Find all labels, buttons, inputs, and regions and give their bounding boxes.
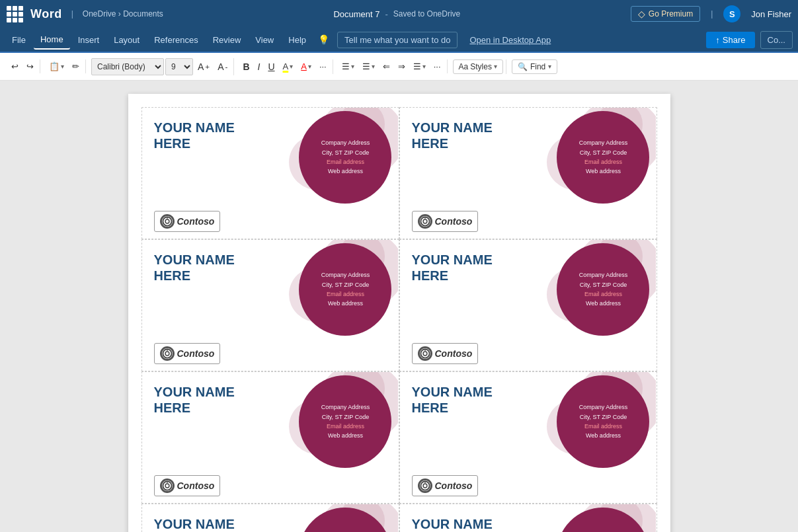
contoso-text: Contoso bbox=[435, 480, 473, 491]
diamond-icon: ◇ bbox=[638, 9, 645, 19]
paste-button[interactable]: 📋 ▾ bbox=[46, 59, 67, 73]
skype-button[interactable]: S bbox=[723, 5, 740, 22]
contoso-ring-icon bbox=[418, 214, 432, 229]
tell-me-input[interactable]: Tell me what you want to do bbox=[337, 32, 458, 48]
separator-pipe: | bbox=[71, 9, 73, 19]
more-format-button[interactable]: ··· bbox=[316, 59, 330, 73]
card-cell: YOUR NAMEHERE Contoso bbox=[141, 371, 399, 504]
card-logo: Contoso bbox=[154, 475, 269, 496]
redo-button[interactable]: ↪ bbox=[23, 59, 37, 73]
menu-help[interactable]: Help bbox=[282, 31, 313, 49]
increase-font-button[interactable]: A+ bbox=[194, 59, 213, 74]
menu-file[interactable]: File bbox=[5, 31, 32, 49]
blob-container: Company Address City, ST ZIP Code Email … bbox=[286, 108, 398, 239]
share-button[interactable]: ↑ Share bbox=[706, 32, 754, 48]
blob-container: Company Address City, ST ZIP Code Email … bbox=[286, 372, 398, 503]
more-paragraph-button[interactable]: ··· bbox=[430, 59, 444, 73]
bullets-button[interactable]: ☰▾ bbox=[339, 59, 358, 73]
address-line4: Web address bbox=[321, 299, 370, 308]
waffle-button[interactable] bbox=[7, 6, 22, 22]
menu-home[interactable]: Home bbox=[34, 30, 70, 50]
find-label: Find bbox=[530, 62, 545, 71]
address-line3: Email address bbox=[321, 289, 370, 299]
cards-grid: YOUR NAMEHERE Contoso bbox=[141, 107, 657, 532]
card-logo: Contoso bbox=[154, 343, 269, 364]
address-line3: Email address bbox=[321, 157, 370, 167]
styles-group: Aa Styles ▾ bbox=[450, 59, 506, 74]
font-color-icon: A bbox=[301, 61, 307, 71]
svg-point-1 bbox=[165, 219, 169, 223]
address-line3: Email address bbox=[579, 289, 628, 299]
card-name: YOUR NAMEHERE bbox=[154, 120, 269, 151]
find-button[interactable]: 🔍 Find ▾ bbox=[512, 59, 557, 74]
menu-insert[interactable]: Insert bbox=[71, 31, 106, 49]
blob-container: Company Address City, ST ZIP Code Email … bbox=[543, 372, 656, 503]
underline-button[interactable]: U bbox=[264, 59, 278, 74]
card-left: YOUR NAMEHERE Contoso bbox=[142, 372, 276, 503]
tell-me-text: Tell me what you want to do bbox=[344, 35, 450, 45]
menu-layout[interactable]: Layout bbox=[107, 31, 146, 49]
blob-container: Company Address City, ST ZIP Code Email … bbox=[286, 504, 398, 532]
card-left: YOUR NAMEHERE Contoso bbox=[400, 504, 534, 532]
font-color-button[interactable]: A ▾ bbox=[298, 59, 315, 73]
card-info: Company Address City, ST ZIP Code Email … bbox=[321, 402, 370, 441]
format-painter-button[interactable]: ✏ bbox=[69, 59, 83, 73]
highlight-chevron: ▾ bbox=[290, 63, 293, 70]
undo-group: ↩ ↪ bbox=[5, 59, 40, 73]
address-line2: City, ST ZIP Code bbox=[579, 280, 628, 289]
styles-icon: Aa bbox=[459, 62, 469, 71]
styles-button[interactable]: Aa Styles ▾ bbox=[453, 59, 503, 74]
comments-button[interactable]: Co... bbox=[760, 31, 793, 49]
app-name: Word bbox=[30, 7, 62, 21]
paragraph-group: ☰▾ ☰▾ ⇐ ⇒ ☰▾ ··· bbox=[336, 59, 448, 73]
card-name: YOUR NAMEHERE bbox=[154, 384, 269, 416]
card-left: YOUR NAMEHERE Contoso bbox=[142, 108, 276, 239]
outdent-button[interactable]: ⇐ bbox=[379, 59, 393, 73]
font-size-select[interactable]: 9 bbox=[165, 58, 193, 75]
card-left: YOUR NAMEHERE Contoso bbox=[400, 372, 534, 503]
indent-button[interactable]: ⇒ bbox=[395, 59, 409, 73]
blob-main: Company Address City, ST ZIP Code Email … bbox=[557, 111, 649, 204]
card-left: YOUR NAMEHERE Contoso bbox=[142, 504, 276, 532]
doc-name: Document 7 bbox=[333, 9, 379, 19]
address-line1: Company Address bbox=[579, 138, 628, 147]
decrease-font-button[interactable]: A- bbox=[214, 59, 231, 74]
card-left: YOUR NAMEHERE Contoso bbox=[400, 108, 534, 239]
bold-button[interactable]: B bbox=[239, 59, 253, 74]
card-logo: Contoso bbox=[412, 211, 527, 232]
menu-review[interactable]: Review bbox=[206, 31, 248, 49]
numbering-button[interactable]: ☰▾ bbox=[359, 59, 378, 73]
card-right: Company Address City, ST ZIP Code Email … bbox=[275, 372, 398, 503]
contoso-ring-icon bbox=[160, 346, 175, 361]
highlight-button[interactable]: A ▾ bbox=[280, 59, 297, 73]
svg-point-16 bbox=[423, 484, 427, 488]
card-cell: YOUR NAMEHERE Contoso bbox=[399, 239, 657, 371]
card-inner: YOUR NAMEHERE Contoso bbox=[400, 372, 657, 503]
italic-button[interactable]: I bbox=[255, 59, 264, 74]
waffle-icon bbox=[7, 6, 22, 22]
paste-chevron: ▾ bbox=[61, 63, 64, 70]
card-left: YOUR NAMEHERE Contoso bbox=[400, 240, 534, 371]
card-name: YOUR NAMEHERE bbox=[154, 252, 269, 284]
menu-view[interactable]: View bbox=[249, 31, 280, 49]
contoso-ring-icon bbox=[160, 478, 175, 493]
card-right: Company Address City, ST ZIP Code Email … bbox=[533, 240, 656, 371]
user-name[interactable]: Jon Fisher bbox=[751, 9, 791, 19]
go-premium-button[interactable]: ◇ Go Premium bbox=[631, 6, 700, 22]
breadcrumb[interactable]: OneDrive › Documents bbox=[83, 9, 163, 19]
undo-button[interactable]: ↩ bbox=[8, 59, 22, 73]
open-in-desktop-button[interactable]: Open in Desktop App bbox=[463, 32, 557, 48]
blob-container: Company Address City, ST ZIP Code Email … bbox=[543, 108, 656, 239]
card-logo: Contoso bbox=[412, 475, 527, 496]
card-right: Company Address City, ST ZIP Code Email … bbox=[533, 504, 656, 532]
card-right: Company Address City, ST ZIP Code Email … bbox=[275, 108, 398, 239]
menu-references[interactable]: References bbox=[147, 31, 204, 49]
blob-container: Company Address City, ST ZIP Code Email … bbox=[543, 504, 656, 532]
font-group: Calibri (Body) 9 A+ A- bbox=[89, 58, 234, 75]
blob-main: Company Address City, ST ZIP Code Email … bbox=[557, 243, 649, 336]
align-button[interactable]: ☰▾ bbox=[410, 59, 429, 73]
card-cell: YOUR NAMEHERE Contoso bbox=[141, 107, 399, 239]
font-family-select[interactable]: Calibri (Body) bbox=[91, 58, 164, 75]
contoso-text: Contoso bbox=[177, 216, 215, 227]
card-inner: YOUR NAMEHERE Contoso bbox=[142, 108, 399, 239]
